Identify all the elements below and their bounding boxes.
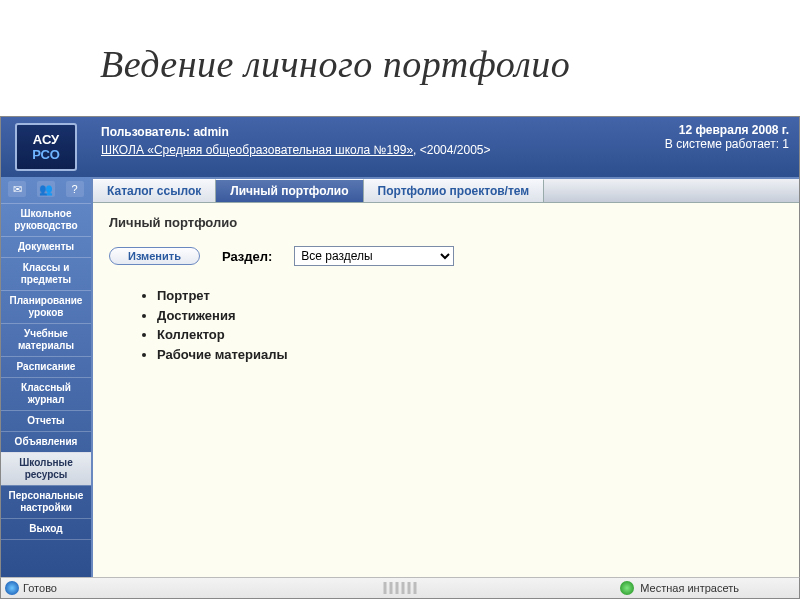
tabs: Каталог ссылокЛичный портфолиоПортфолио … xyxy=(93,179,799,203)
page-title: Личный портфолио xyxy=(109,215,783,230)
school-year: , <2004/2005> xyxy=(413,143,490,157)
logo-line1: АСУ xyxy=(33,133,59,146)
edit-button[interactable]: Изменить xyxy=(109,247,200,265)
slide-title: Ведение личного портфолио xyxy=(0,0,800,116)
list-item[interactable]: Рабочие материалы xyxy=(157,345,783,365)
list-item[interactable]: Коллектор xyxy=(157,325,783,345)
sidebar-item[interactable]: Классы и предметы xyxy=(1,257,91,290)
users-icon[interactable]: 👥 xyxy=(37,181,55,197)
status-zone-group: Местная интрасеть xyxy=(620,581,739,595)
online-row: В системе работает: 1 xyxy=(665,137,789,151)
header-date: 12 февраля 2008 г. xyxy=(665,123,789,137)
ie-icon xyxy=(5,581,19,595)
help-icon[interactable]: ? xyxy=(66,181,84,197)
online-count: 1 xyxy=(782,137,789,151)
sidebar-item[interactable]: Персональные настройки xyxy=(1,485,91,518)
header-left: Пользователь: admin ШКОЛА «Средняя общео… xyxy=(91,117,655,177)
sidebar-item[interactable]: Школьное руководство xyxy=(1,203,91,236)
header-right: 12 февраля 2008 г. В системе работает: 1 xyxy=(655,117,799,177)
sidebar-item[interactable]: Учебные материалы xyxy=(1,323,91,356)
section-label: Раздел: xyxy=(222,249,272,264)
tab[interactable]: Личный портфолио xyxy=(216,179,363,202)
sidebar-item[interactable]: Отчеты xyxy=(1,410,91,431)
sidebar-item[interactable]: Расписание xyxy=(1,356,91,377)
sidebar-item[interactable]: Планирование уроков xyxy=(1,290,91,323)
tab[interactable]: Портфолио проектов/тем xyxy=(364,179,545,202)
list-item[interactable]: Портрет xyxy=(157,286,783,306)
online-label: В системе работает: xyxy=(665,137,779,151)
sidebar-item[interactable]: Классный журнал xyxy=(1,377,91,410)
user-value: admin xyxy=(193,125,228,139)
logo-line2: РСО xyxy=(32,148,60,161)
list-item[interactable]: Достижения xyxy=(157,306,783,326)
bullet-list: ПортретДостиженияКоллекторРабочие матери… xyxy=(157,286,783,364)
sidebar-item[interactable]: Документы xyxy=(1,236,91,257)
status-ready: Готово xyxy=(23,582,57,594)
mail-icon[interactable]: ✉ xyxy=(8,181,26,197)
status-ready-group: Готово xyxy=(5,581,57,595)
user-label: Пользователь: xyxy=(101,125,190,139)
sidebar: ✉ 👥 ? Школьное руководствоДокументыКласс… xyxy=(1,177,91,577)
logo-box: АСУ РСО xyxy=(1,117,91,177)
sidebar-item[interactable]: Школьные ресурсы xyxy=(1,452,91,485)
logo: АСУ РСО xyxy=(15,123,77,171)
app-window: АСУ РСО Пользователь: admin ШКОЛА «Средн… xyxy=(0,116,800,577)
tab[interactable]: Каталог ссылок xyxy=(93,179,216,202)
sidebar-item[interactable]: Объявления xyxy=(1,431,91,452)
header-bar: АСУ РСО Пользователь: admin ШКОЛА «Средн… xyxy=(1,117,799,177)
body-wrap: ✉ 👥 ? Школьное руководствоДокументыКласс… xyxy=(1,177,799,577)
school-row: ШКОЛА «Средняя общеобразовательная школа… xyxy=(101,141,645,159)
status-zone: Местная интрасеть xyxy=(640,582,739,594)
controls-row: Изменить Раздел: Все разделы xyxy=(109,246,783,266)
status-ticks xyxy=(384,582,417,594)
section-select[interactable]: Все разделы xyxy=(294,246,454,266)
content: Личный портфолио Изменить Раздел: Все ра… xyxy=(93,203,799,376)
sidebar-item[interactable]: Выход xyxy=(1,518,91,540)
main-area: Каталог ссылокЛичный портфолиоПортфолио … xyxy=(91,177,799,577)
sidebar-icons: ✉ 👥 ? xyxy=(1,177,91,203)
user-line: Пользователь: admin xyxy=(101,123,645,141)
zone-icon xyxy=(620,581,634,595)
status-bar: Готово Местная интрасеть xyxy=(0,577,800,599)
school-link[interactable]: ШКОЛА «Средняя общеобразовательная школа… xyxy=(101,143,413,157)
